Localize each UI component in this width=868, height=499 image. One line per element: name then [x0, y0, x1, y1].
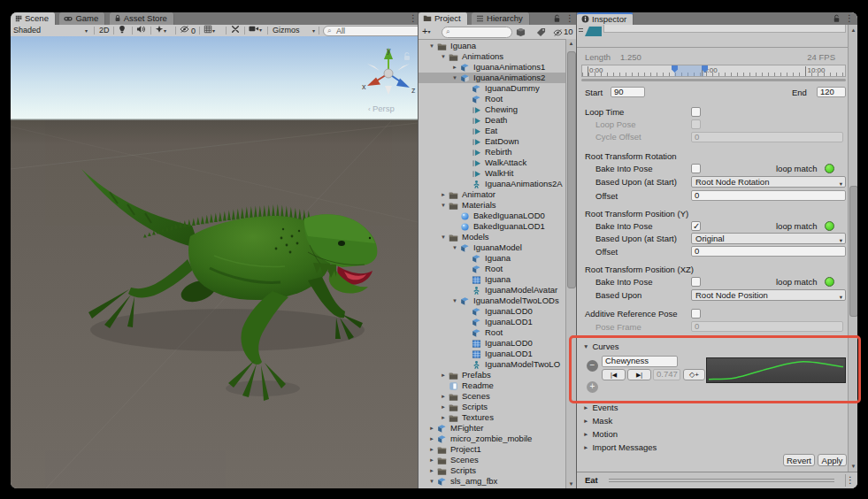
foldout-expanded-icon[interactable]: ▼ — [429, 41, 434, 51]
timeline-zoom-strip[interactable] — [581, 79, 846, 81]
events-foldout[interactable]: ►Events — [583, 403, 618, 412]
panel-lock-icon[interactable] — [553, 14, 561, 23]
search-by-type-icon[interactable] — [516, 27, 526, 37]
tree-item-textures[interactable]: ►Textures — [419, 412, 565, 423]
project-scrollbar-thumb[interactable] — [567, 51, 576, 288]
search-by-label-icon[interactable] — [536, 27, 546, 37]
tree-item-iguanamodeltwolo[interactable]: IguanaModelTwoLO — [419, 359, 565, 370]
tab-scene[interactable]: Scene — [11, 12, 56, 25]
foldout-collapsed-icon[interactable]: ► — [429, 434, 434, 444]
tree-item-materials[interactable]: ▼Materials — [419, 200, 565, 211]
tree-item-scripts[interactable]: ►Scripts — [419, 402, 565, 412]
inspector-scrollbar[interactable]: ▲ ▼ — [848, 25, 857, 472]
inspector-scrollbar-thumb[interactable] — [849, 186, 857, 317]
mask-foldout[interactable]: ►Mask — [583, 416, 612, 426]
scene-effects-toggle[interactable]: ▾ — [155, 25, 166, 35]
tab-project[interactable]: Project — [419, 12, 468, 25]
tree-item-death[interactable]: Death — [419, 115, 565, 126]
tree-item-walkhit[interactable]: WalkHit — [419, 168, 565, 179]
foldout-collapsed-icon[interactable]: ► — [429, 423, 434, 434]
shading-mode-dropdown[interactable]: Shaded▾ — [13, 25, 91, 35]
create-asset-button[interactable]: +▾ — [422, 26, 430, 36]
bake-rotation-checkbox[interactable]: ✓ — [691, 164, 701, 173]
revert-button[interactable]: Revert — [783, 454, 815, 466]
clip-timeline-ruler[interactable]: 0:00 5:00 10:00 — [581, 65, 846, 77]
project-search-input[interactable]: ⌕ — [442, 27, 512, 38]
import-messages-foldout[interactable]: ►Import Messages — [583, 442, 657, 452]
remove-curve-button[interactable]: − — [587, 360, 598, 372]
scene-lighting-toggle[interactable] — [118, 25, 127, 35]
motion-foldout[interactable]: ►Motion — [583, 429, 618, 439]
start-frame-field[interactable]: 90 — [611, 87, 645, 97]
tree-item-bakediguanalod1[interactable]: BakedIguanaLOD1 — [419, 221, 565, 232]
tree-item-animations[interactable]: ▼Animations — [419, 51, 565, 62]
tree-item-scripts[interactable]: ►Scripts — [419, 465, 565, 476]
bake-position-xz-checkbox[interactable]: ✓ — [691, 277, 701, 287]
curve-preview[interactable] — [706, 357, 846, 383]
apply-button[interactable]: Apply — [818, 454, 847, 466]
tree-item-readme[interactable]: Readme — [419, 380, 565, 391]
tree-item-iguanamodeltwolods[interactable]: ▼IguanaModelTwoLODs — [419, 296, 565, 306]
bake-position-y-checkbox[interactable]: ✓ — [691, 221, 701, 231]
tree-item-eat[interactable]: Eat — [419, 126, 565, 136]
foldout-collapsed-icon[interactable]: ► — [441, 189, 446, 200]
foldout-expanded-icon[interactable]: ▼ — [441, 200, 446, 211]
position-y-based-upon-dropdown[interactable]: Original▾ — [691, 233, 846, 244]
rotation-offset-field[interactable]: 0 — [691, 190, 846, 201]
tree-item-iguana[interactable]: Iguana — [419, 274, 565, 285]
scene-viewport[interactable]: y x z ‹ Persp — [11, 36, 418, 488]
tab-hierarchy[interactable]: Hierarchy — [472, 12, 530, 25]
foldout-expanded-icon[interactable]: ▼ — [441, 51, 446, 62]
tree-item-iguanalod1[interactable]: IguanaLOD1 — [419, 317, 565, 327]
foldout-collapsed-icon[interactable]: ► — [429, 465, 434, 476]
next-key-button[interactable]: ▶| — [627, 369, 651, 380]
rotation-based-upon-dropdown[interactable]: Root Node Rotation▾ — [691, 176, 846, 188]
preview-more-icon[interactable]: ⋮ — [846, 475, 855, 486]
foldout-expanded-icon[interactable]: ▼ — [452, 242, 457, 253]
tree-item-rebirth[interactable]: Rebirth — [419, 147, 565, 157]
tree-item-chewing[interactable]: Chewing — [419, 104, 565, 115]
add-curve-button[interactable]: + — [587, 381, 598, 393]
tree-item-eatdown[interactable]: EatDown — [419, 136, 565, 147]
tree-item-prefabs[interactable]: ►Prefabs — [419, 370, 565, 380]
tree-item-walkattack[interactable]: WalkAttack — [419, 157, 565, 168]
tree-item-iguanadummy[interactable]: IguanaDummy — [419, 83, 565, 94]
add-key-button[interactable]: ◇+ — [683, 369, 705, 380]
foldout-collapsed-icon[interactable]: ► — [441, 370, 446, 380]
foldout-collapsed-icon[interactable]: ► — [441, 391, 446, 402]
project-more-icon[interactable]: ⋮ — [565, 13, 574, 24]
tree-item-micro_zombie_mobile[interactable]: ►micro_zombie_mobile — [419, 434, 565, 444]
scene-tools-button[interactable] — [231, 25, 240, 35]
tree-item-sls_amg_fbx[interactable]: ▼sls_amg_fbx — [419, 476, 565, 487]
foldout-expanded-icon[interactable]: ▼ — [441, 232, 446, 242]
scroll-up-icon[interactable]: ▲ — [566, 41, 576, 46]
scene-grid-toggle[interactable]: ▾ — [204, 25, 215, 35]
tab-game[interactable]: Game — [59, 12, 105, 25]
tree-item-iguanaanimations1[interactable]: ►IguanaAnimations1 — [419, 62, 565, 73]
tree-item-project1[interactable]: ►Project1 — [419, 444, 565, 455]
tree-item-iguana[interactable]: ▼Iguana — [419, 41, 565, 51]
clip-range-selection[interactable] — [674, 65, 704, 76]
tab-asset-store[interactable]: Asset Store — [110, 12, 174, 25]
scene-camera-settings[interactable]: ▾ — [249, 25, 262, 35]
clip-name-field-partial[interactable] — [603, 25, 846, 33]
additive-reference-pose-checkbox[interactable]: ✓ — [691, 309, 701, 319]
tree-item-models[interactable]: ▼Models — [419, 232, 565, 242]
project-scrollbar[interactable]: ▲ ▼ — [565, 39, 576, 488]
preview-pane-header[interactable]: Eat ⋮ — [577, 472, 857, 488]
tree-item-root[interactable]: Root — [419, 327, 565, 338]
tree-item-scenes[interactable]: ►Scenes — [419, 391, 565, 402]
scene-audio-toggle[interactable] — [136, 25, 146, 35]
foldout-expanded-icon[interactable]: ▼ — [452, 296, 457, 306]
2d-toggle[interactable]: 2D — [99, 25, 110, 35]
scene-more-icon[interactable]: ⋮ — [409, 13, 418, 24]
tree-item-root[interactable]: Root — [419, 94, 565, 104]
tree-item-bakediguanalod0[interactable]: BakedIguanaLOD0 — [419, 211, 565, 221]
gizmos-dropdown[interactable]: Gizmos▾ — [273, 25, 315, 35]
prev-key-button[interactable]: |◀ — [602, 369, 626, 380]
tab-inspector[interactable]: Inspector — [577, 12, 634, 25]
tree-item-iguanaanimations2[interactable]: ▼IguanaAnimations2 — [419, 73, 565, 83]
foldout-collapsed-icon[interactable]: ► — [441, 412, 446, 423]
curves-foldout[interactable]: ▼Curves — [583, 342, 619, 351]
end-frame-field[interactable]: 120 — [817, 87, 846, 97]
